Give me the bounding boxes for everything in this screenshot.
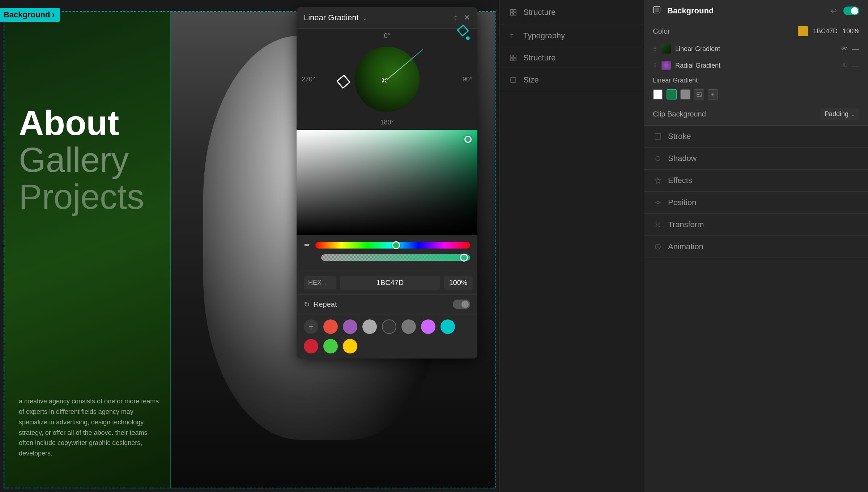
degree-top-label: 0° (384, 32, 390, 40)
eyedropper-row: ✒ (304, 241, 470, 250)
radial-gradient-layer[interactable]: ⠿ Radial Gradient 👁 — (644, 57, 868, 74)
swatch-gray-light[interactable] (362, 319, 377, 334)
padding-chevron-icon: ⌄ (851, 111, 855, 117)
picker-title: Linear Gradient (304, 13, 359, 22)
color-hex-small[interactable]: 1BC47D (813, 27, 838, 35)
animation-icon (653, 242, 663, 252)
hue-slider[interactable] (315, 242, 470, 249)
swatch-purple-light[interactable] (421, 319, 435, 334)
delete-layer-icon-2[interactable]: — (852, 62, 859, 70)
structure-top-item[interactable]: Structure (499, 0, 644, 25)
typography-icon: T (508, 31, 518, 41)
delete-layer-icon[interactable]: — (852, 45, 859, 53)
svg-rect-8 (514, 58, 516, 61)
swatch-gray[interactable] (401, 319, 416, 334)
swatch-green[interactable] (323, 339, 338, 353)
color-row: Color 1BC47D 100% (644, 22, 868, 41)
gradient-stops: + (644, 86, 868, 103)
background-tag-arrow: › (52, 10, 55, 20)
repeat-toggle[interactable] (453, 300, 470, 309)
stroke-label: Stroke (668, 132, 859, 141)
repeat-label: Repeat (314, 300, 337, 309)
structure-section[interactable]: Structure (499, 47, 644, 69)
svg-text:T: T (510, 33, 514, 39)
svg-rect-3 (514, 13, 516, 15)
degree-right-label: 90° (463, 76, 472, 83)
svg-rect-7 (510, 58, 513, 61)
gradient-line: ✛ (387, 49, 423, 80)
swatch-yellow[interactable] (343, 339, 357, 353)
picker-circle-icon[interactable]: ○ (453, 13, 458, 22)
picker-title-row[interactable]: Linear Gradient ⌄ (304, 13, 367, 22)
size-label: Size (523, 75, 635, 85)
gradient-handle-white[interactable] (336, 75, 350, 89)
svg-rect-5 (510, 55, 513, 58)
typography-section[interactable]: T Typography (499, 25, 644, 47)
hex-value-input[interactable] (340, 276, 440, 290)
transform-icon (653, 220, 663, 230)
stop-gray[interactable] (680, 89, 690, 99)
svg-rect-9 (511, 77, 516, 82)
stop-img-button[interactable] (694, 89, 704, 99)
background-toggle[interactable] (843, 7, 859, 15)
size-section[interactable]: Size (499, 69, 644, 91)
gradient-circle[interactable]: ✛ (354, 47, 420, 112)
radial-gradient-label: Radial Gradient (675, 62, 837, 69)
alpha-slider[interactable] (321, 254, 470, 261)
stop-green[interactable] (667, 89, 677, 99)
add-swatch-button[interactable]: + (304, 319, 318, 334)
transform-label: Transform (668, 220, 859, 229)
effects-section[interactable]: Effects (644, 170, 868, 192)
hex-label-wrapper[interactable]: HEX ⌄ (304, 276, 336, 289)
linear-gradient-layer[interactable]: ⠿ Linear Gradient 👁 — (644, 41, 868, 57)
picker-header: Linear Gradient ⌄ ○ ✕ (297, 7, 477, 29)
stop-white[interactable] (653, 89, 663, 99)
clip-background-label: Clip Background (653, 110, 816, 118)
color-opacity: 100% (843, 27, 859, 35)
body-text: a creative agency consists of one or mor… (19, 396, 163, 459)
sat-brightness-area[interactable] (297, 130, 477, 235)
transform-section[interactable]: Transform (644, 214, 868, 236)
color-picker-panel: Linear Gradient ⌄ ○ ✕ 0° 270° 90° 180° ✛ (297, 7, 477, 359)
shadow-section[interactable]: Shadow (644, 148, 868, 170)
structure-label: Structure (523, 53, 635, 63)
sat-brightness-handle[interactable] (464, 136, 472, 143)
svg-point-15 (657, 202, 659, 204)
structure-top-label: Structure (523, 8, 635, 17)
color-label: Color (653, 27, 793, 35)
nav-about: About (19, 106, 156, 140)
opacity-input[interactable] (444, 276, 473, 290)
visibility-icon-2[interactable]: 👁 (841, 62, 848, 69)
add-stop-button[interactable]: + (708, 89, 718, 99)
svg-rect-11 (655, 8, 659, 12)
stroke-icon (653, 131, 663, 141)
picker-chevron-icon: ⌄ (362, 14, 367, 21)
nav-projects: Projects (19, 179, 156, 214)
gradient-crosshair-icon[interactable]: ✛ (379, 75, 390, 86)
swatch-dark[interactable] (382, 319, 396, 334)
padding-dropdown[interactable]: Padding ⌄ (820, 108, 859, 120)
color-swatch-small[interactable] (798, 26, 808, 36)
gradient-wheel-area[interactable]: 0° 270° 90° 180° ✛ (297, 29, 477, 130)
position-section[interactable]: Position (644, 192, 868, 214)
swatch-cyan[interactable] (441, 319, 455, 334)
visibility-icon[interactable]: 👁 (841, 45, 848, 53)
effects-label: Effects (668, 176, 859, 185)
undo-icon[interactable]: ↩ (831, 7, 837, 15)
hue-handle[interactable] (392, 241, 400, 249)
repeat-icon: ↻ (304, 300, 310, 309)
position-label: Position (668, 198, 859, 207)
eyedropper-icon[interactable]: ✒ (304, 241, 310, 250)
background-breadcrumb[interactable]: Background › (0, 8, 60, 22)
swatch-purple[interactable] (343, 319, 357, 334)
swatch-dark-red[interactable] (304, 339, 318, 353)
svg-rect-6 (514, 55, 516, 58)
background-section-title: Background (667, 6, 826, 16)
gradient-stops-label: Linear Gradient (644, 74, 868, 86)
swatch-red[interactable] (323, 319, 338, 334)
picker-close-icon[interactable]: ✕ (464, 13, 470, 22)
background-tag-label: Background (4, 10, 50, 20)
stroke-section[interactable]: Stroke (644, 126, 868, 148)
alpha-handle[interactable] (460, 254, 468, 262)
animation-section[interactable]: Animation (644, 236, 868, 258)
